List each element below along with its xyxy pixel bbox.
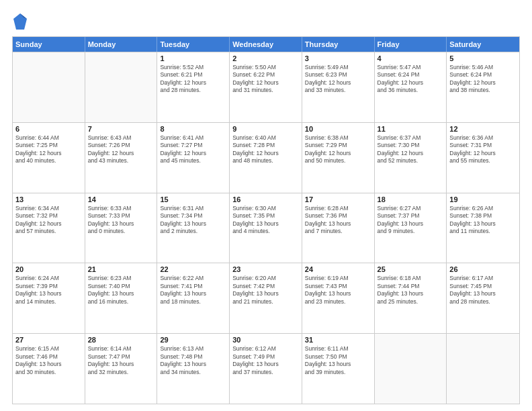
day-info: Sunrise: 6:36 AM Sunset: 7:31 PM Dayligh…: [449, 134, 517, 165]
day-cell-19: 19Sunrise: 6:26 AM Sunset: 7:38 PM Dayli…: [447, 193, 519, 263]
day-info: Sunrise: 6:40 AM Sunset: 7:28 PM Dayligh…: [232, 134, 299, 165]
day-number: 10: [305, 125, 371, 133]
day-cell-22: 22Sunrise: 6:22 AM Sunset: 7:41 PM Dayli…: [157, 263, 230, 333]
day-cell-12: 12Sunrise: 6:36 AM Sunset: 7:31 PM Dayli…: [447, 123, 519, 193]
weekday-header-thursday: Thursday: [302, 37, 375, 52]
logo: [12, 12, 31, 31]
day-cell-29: 29Sunrise: 6:13 AM Sunset: 7:48 PM Dayli…: [157, 334, 230, 404]
day-cell-27: 27Sunrise: 6:15 AM Sunset: 7:46 PM Dayli…: [13, 334, 85, 404]
calendar-row-1: 6Sunrise: 6:44 AM Sunset: 7:25 PM Daylig…: [13, 122, 519, 193]
weekday-header-saturday: Saturday: [447, 37, 519, 52]
empty-cell: [375, 334, 447, 404]
day-info: Sunrise: 5:50 AM Sunset: 6:22 PM Dayligh…: [232, 64, 299, 95]
day-number: 4: [378, 54, 444, 62]
day-number: 3: [305, 54, 371, 62]
day-cell-26: 26Sunrise: 6:17 AM Sunset: 7:45 PM Dayli…: [447, 263, 519, 333]
day-info: Sunrise: 6:13 AM Sunset: 7:48 PM Dayligh…: [160, 345, 226, 376]
weekday-header-friday: Friday: [375, 37, 447, 52]
day-cell-18: 18Sunrise: 6:27 AM Sunset: 7:37 PM Dayli…: [375, 193, 447, 263]
calendar-row-0: 1Sunrise: 5:52 AM Sunset: 6:21 PM Daylig…: [13, 52, 519, 122]
day-cell-31: 31Sunrise: 6:11 AM Sunset: 7:50 PM Dayli…: [302, 334, 375, 404]
weekday-header-tuesday: Tuesday: [157, 37, 230, 52]
day-info: Sunrise: 5:49 AM Sunset: 6:23 PM Dayligh…: [305, 64, 371, 95]
day-info: Sunrise: 6:26 AM Sunset: 7:38 PM Dayligh…: [449, 205, 517, 236]
day-number: 2: [232, 54, 299, 62]
header: [12, 12, 520, 31]
day-info: Sunrise: 6:41 AM Sunset: 7:27 PM Dayligh…: [160, 134, 226, 165]
day-cell-16: 16Sunrise: 6:30 AM Sunset: 7:35 PM Dayli…: [230, 193, 302, 263]
day-info: Sunrise: 6:12 AM Sunset: 7:49 PM Dayligh…: [232, 345, 299, 376]
weekday-header-monday: Monday: [85, 37, 158, 52]
day-number: 14: [88, 195, 154, 203]
day-cell-25: 25Sunrise: 6:18 AM Sunset: 7:44 PM Dayli…: [375, 263, 447, 333]
day-cell-23: 23Sunrise: 6:20 AM Sunset: 7:42 PM Dayli…: [230, 263, 302, 333]
day-number: 6: [15, 125, 82, 133]
day-cell-24: 24Sunrise: 6:19 AM Sunset: 7:43 PM Dayli…: [302, 263, 375, 333]
day-info: Sunrise: 6:38 AM Sunset: 7:29 PM Dayligh…: [305, 134, 371, 165]
day-cell-5: 5Sunrise: 5:46 AM Sunset: 6:24 PM Daylig…: [447, 52, 519, 122]
logo-icon: [12, 12, 28, 31]
calendar-row-2: 13Sunrise: 6:34 AM Sunset: 7:32 PM Dayli…: [13, 193, 519, 263]
day-cell-4: 4Sunrise: 5:47 AM Sunset: 6:24 PM Daylig…: [375, 52, 447, 122]
day-number: 27: [15, 336, 82, 344]
day-cell-20: 20Sunrise: 6:24 AM Sunset: 7:39 PM Dayli…: [13, 263, 85, 333]
day-cell-8: 8Sunrise: 6:41 AM Sunset: 7:27 PM Daylig…: [157, 123, 230, 193]
day-info: Sunrise: 6:33 AM Sunset: 7:33 PM Dayligh…: [88, 205, 154, 236]
day-number: 31: [305, 336, 371, 344]
calendar-header: SundayMondayTuesdayWednesdayThursdayFrid…: [13, 37, 519, 52]
day-number: 23: [232, 265, 299, 273]
day-info: Sunrise: 6:34 AM Sunset: 7:32 PM Dayligh…: [15, 205, 82, 236]
day-cell-17: 17Sunrise: 6:28 AM Sunset: 7:36 PM Dayli…: [302, 193, 375, 263]
day-info: Sunrise: 6:11 AM Sunset: 7:50 PM Dayligh…: [305, 345, 371, 376]
day-info: Sunrise: 6:20 AM Sunset: 7:42 PM Dayligh…: [232, 275, 299, 306]
day-cell-9: 9Sunrise: 6:40 AM Sunset: 7:28 PM Daylig…: [230, 123, 302, 193]
day-number: 9: [232, 125, 299, 133]
calendar-row-3: 20Sunrise: 6:24 AM Sunset: 7:39 PM Dayli…: [13, 263, 519, 333]
day-number: 20: [15, 265, 82, 273]
calendar: SundayMondayTuesdayWednesdayThursdayFrid…: [12, 36, 520, 404]
day-info: Sunrise: 6:14 AM Sunset: 7:47 PM Dayligh…: [88, 345, 154, 376]
day-number: 17: [305, 195, 371, 203]
calendar-body: 1Sunrise: 5:52 AM Sunset: 6:21 PM Daylig…: [13, 52, 519, 404]
day-info: Sunrise: 6:27 AM Sunset: 7:37 PM Dayligh…: [378, 205, 444, 236]
day-cell-11: 11Sunrise: 6:37 AM Sunset: 7:30 PM Dayli…: [375, 123, 447, 193]
day-info: Sunrise: 6:15 AM Sunset: 7:46 PM Dayligh…: [15, 345, 82, 376]
day-info: Sunrise: 6:44 AM Sunset: 7:25 PM Dayligh…: [15, 134, 82, 165]
day-info: Sunrise: 6:18 AM Sunset: 7:44 PM Dayligh…: [378, 275, 444, 306]
day-cell-3: 3Sunrise: 5:49 AM Sunset: 6:23 PM Daylig…: [302, 52, 375, 122]
day-number: 12: [449, 125, 517, 133]
day-number: 7: [88, 125, 154, 133]
day-number: 13: [15, 195, 82, 203]
day-info: Sunrise: 6:37 AM Sunset: 7:30 PM Dayligh…: [378, 134, 444, 165]
day-info: Sunrise: 6:28 AM Sunset: 7:36 PM Dayligh…: [305, 205, 371, 236]
day-info: Sunrise: 5:46 AM Sunset: 6:24 PM Dayligh…: [449, 64, 517, 95]
day-cell-2: 2Sunrise: 5:50 AM Sunset: 6:22 PM Daylig…: [230, 52, 302, 122]
day-info: Sunrise: 6:22 AM Sunset: 7:41 PM Dayligh…: [160, 275, 226, 306]
day-number: 5: [449, 54, 517, 62]
day-info: Sunrise: 6:17 AM Sunset: 7:45 PM Dayligh…: [449, 275, 517, 306]
day-info: Sunrise: 6:24 AM Sunset: 7:39 PM Dayligh…: [15, 275, 82, 306]
day-info: Sunrise: 5:52 AM Sunset: 6:21 PM Dayligh…: [160, 64, 226, 95]
day-number: 25: [378, 265, 444, 273]
day-number: 1: [160, 54, 226, 62]
day-info: Sunrise: 6:30 AM Sunset: 7:35 PM Dayligh…: [232, 205, 299, 236]
day-info: Sunrise: 6:19 AM Sunset: 7:43 PM Dayligh…: [305, 275, 371, 306]
day-cell-30: 30Sunrise: 6:12 AM Sunset: 7:49 PM Dayli…: [230, 334, 302, 404]
day-number: 22: [160, 265, 226, 273]
day-number: 19: [449, 195, 517, 203]
day-number: 11: [378, 125, 444, 133]
day-number: 30: [232, 336, 299, 344]
day-cell-6: 6Sunrise: 6:44 AM Sunset: 7:25 PM Daylig…: [13, 123, 85, 193]
day-cell-28: 28Sunrise: 6:14 AM Sunset: 7:47 PM Dayli…: [85, 334, 158, 404]
day-number: 24: [305, 265, 371, 273]
day-cell-13: 13Sunrise: 6:34 AM Sunset: 7:32 PM Dayli…: [13, 193, 85, 263]
day-cell-1: 1Sunrise: 5:52 AM Sunset: 6:21 PM Daylig…: [157, 52, 230, 122]
day-info: Sunrise: 6:23 AM Sunset: 7:40 PM Dayligh…: [88, 275, 154, 306]
svg-marker-0: [13, 13, 27, 30]
day-cell-7: 7Sunrise: 6:43 AM Sunset: 7:26 PM Daylig…: [85, 123, 158, 193]
weekday-header-sunday: Sunday: [13, 37, 85, 52]
empty-cell: [85, 52, 158, 122]
day-number: 15: [160, 195, 226, 203]
day-cell-14: 14Sunrise: 6:33 AM Sunset: 7:33 PM Dayli…: [85, 193, 158, 263]
weekday-header-wednesday: Wednesday: [230, 37, 302, 52]
